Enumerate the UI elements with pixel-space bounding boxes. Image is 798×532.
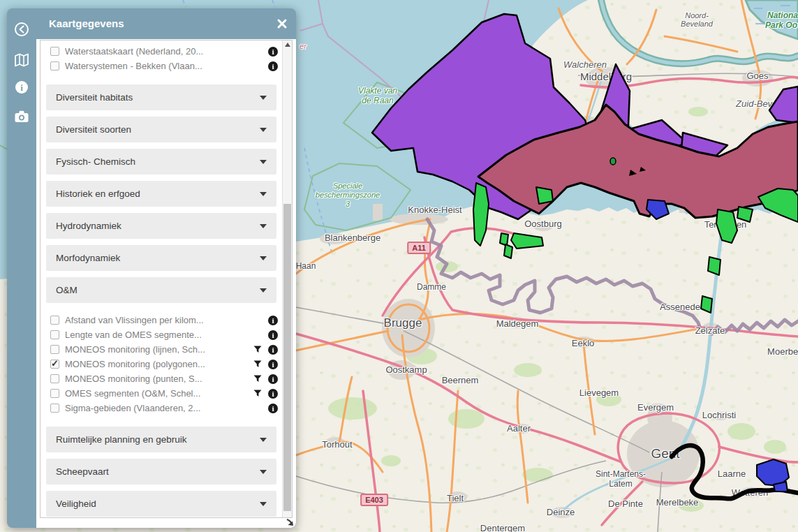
filter-icon[interactable] bbox=[253, 390, 262, 397]
map-icon[interactable] bbox=[13, 52, 30, 68]
layer-label: OMES segmenten (O&M, Schel... bbox=[65, 388, 249, 399]
scroll-thumb[interactable] bbox=[283, 204, 291, 511]
info-icon[interactable]: i bbox=[268, 330, 278, 340]
chevron-down-icon bbox=[260, 128, 267, 132]
layer-label: Lengte van de OMES segmente... bbox=[65, 330, 264, 340]
chevron-down-icon bbox=[260, 224, 267, 228]
info-icon[interactable]: i bbox=[268, 316, 278, 325]
scroll-up-arrow[interactable] bbox=[283, 43, 292, 51]
info-icon[interactable]: i bbox=[268, 61, 278, 71]
resize-handle-icon[interactable] bbox=[285, 517, 295, 527]
panel-header: Kaartgegevens bbox=[7, 8, 296, 39]
kaartgegevens-panel: i Kaartgegevens Waterstaatskaart (Nederl… bbox=[7, 8, 296, 528]
category-label: Diversiteit habitats bbox=[56, 92, 260, 103]
layer-list-scroll: Waterstaatskaart (Nederland, 20... i Wat… bbox=[40, 40, 282, 517]
svg-text:i: i bbox=[20, 82, 23, 93]
layer-checkbox[interactable] bbox=[50, 316, 59, 325]
chevron-down-icon bbox=[260, 438, 267, 442]
layer-label: MONEOS monitoring (lijnen, Sch... bbox=[65, 344, 249, 355]
category-label: Morfodynamiek bbox=[56, 253, 260, 263]
chevron-down-icon bbox=[260, 502, 267, 506]
info-icon[interactable]: i bbox=[268, 47, 278, 57]
camera-icon[interactable] bbox=[13, 108, 30, 125]
chevron-down-icon bbox=[260, 288, 267, 293]
layer-label: MONEOS monitoring (punten, S... bbox=[65, 374, 249, 384]
info-icon[interactable]: i bbox=[13, 79, 30, 96]
info-icon[interactable]: i bbox=[268, 360, 278, 369]
scrollbar[interactable] bbox=[282, 40, 292, 517]
layer-checkbox[interactable] bbox=[50, 61, 59, 71]
layer-row[interactable]: Waterstaatskaart (Nederland, 20... i bbox=[40, 44, 282, 59]
layer-label: Waterstaatskaart (Nederland, 20... bbox=[65, 46, 264, 57]
category-header[interactable]: Ruimtelijke planning en gebruik bbox=[46, 427, 276, 452]
category-label: Veiligheid bbox=[56, 498, 260, 509]
layer-checkbox[interactable] bbox=[50, 404, 59, 413]
panel-title: Kaartgegevens bbox=[49, 17, 124, 29]
category-label: Scheepvaart bbox=[56, 466, 260, 477]
info-icon[interactable]: i bbox=[268, 389, 278, 399]
layer-row[interactable]: MONEOS monitoring (polygonen... i bbox=[40, 357, 282, 371]
layer-label: Sigma-gebieden (Vlaanderen, 2... bbox=[65, 403, 264, 413]
layer-row[interactable]: OMES segmenten (O&M, Schel... i bbox=[40, 386, 282, 401]
overlay-blue-patches-east bbox=[757, 459, 789, 492]
filter-icon[interactable] bbox=[253, 346, 262, 353]
layer-checkbox[interactable] bbox=[50, 360, 59, 369]
layer-label: Afstand van Vlissingen per kilom... bbox=[65, 315, 264, 325]
category-header[interactable]: O&M bbox=[46, 277, 276, 303]
chevron-down-icon bbox=[260, 160, 267, 164]
category-header[interactable]: Hydrodynamiek bbox=[46, 213, 276, 239]
category-header[interactable]: Historiek en erfgoed bbox=[46, 181, 276, 207]
category-label: Historiek en erfgoed bbox=[56, 189, 260, 199]
filter-icon[interactable] bbox=[253, 375, 262, 383]
layer-row[interactable]: Afstand van Vlissingen per kilom... i bbox=[40, 313, 282, 327]
layer-row[interactable]: MONEOS monitoring (lijnen, Sch... i bbox=[40, 342, 282, 357]
layer-checkbox[interactable] bbox=[50, 330, 59, 339]
category-header[interactable]: Veiligheid bbox=[46, 491, 276, 517]
layer-row[interactable]: Sigma-gebieden (Vlaanderen, 2... i bbox=[40, 401, 282, 415]
panel-content: Waterstaatskaart (Nederland, 20... i Wat… bbox=[36, 39, 296, 528]
chevron-down-icon bbox=[260, 256, 267, 260]
layer-checkbox[interactable] bbox=[50, 374, 59, 383]
app-window: Noord-BevelandNationaalPark OosterWalche… bbox=[0, 0, 798, 532]
category-header[interactable]: Diversiteit soorten bbox=[46, 117, 276, 142]
category-header[interactable]: Morfodynamiek bbox=[46, 245, 276, 271]
chevron-down-icon bbox=[260, 192, 267, 196]
layer-checkbox[interactable] bbox=[50, 47, 59, 56]
toolbar-sidebar: i bbox=[7, 8, 36, 528]
layer-row[interactable]: Watersystemen - Bekken (Vlaan... i bbox=[40, 59, 282, 73]
category-label: Ruimtelijke planning en gebruik bbox=[56, 434, 260, 445]
info-icon[interactable]: i bbox=[268, 404, 278, 413]
layer-group: Afstand van Vlissingen per kilom... i Le… bbox=[40, 309, 282, 420]
layer-row[interactable]: MONEOS monitoring (punten, S... i bbox=[40, 371, 282, 386]
chevron-down-icon bbox=[260, 96, 267, 100]
filter-icon[interactable] bbox=[253, 360, 262, 368]
category-header[interactable]: Fysisch- Chemisch bbox=[46, 149, 276, 175]
close-icon[interactable] bbox=[276, 18, 288, 29]
info-icon[interactable]: i bbox=[268, 374, 278, 384]
info-icon[interactable]: i bbox=[268, 345, 278, 355]
layer-label: Watersystemen - Bekken (Vlaan... bbox=[65, 61, 264, 71]
chevron-down-icon bbox=[260, 470, 267, 474]
layer-checkbox[interactable] bbox=[50, 345, 59, 354]
layer-group: Waterstaatskaart (Nederland, 20... i Wat… bbox=[40, 40, 282, 78]
layer-list: Waterstaatskaart (Nederland, 20... i Wat… bbox=[40, 40, 293, 518]
category-label: Diversiteit soorten bbox=[56, 124, 260, 135]
layer-label: MONEOS monitoring (polygonen... bbox=[65, 359, 249, 369]
layer-checkbox[interactable] bbox=[50, 389, 59, 398]
layer-row[interactable]: Lengte van de OMES segmente... i bbox=[40, 327, 282, 342]
category-header[interactable]: Scheepvaart bbox=[46, 459, 276, 485]
category-label: O&M bbox=[56, 285, 260, 295]
category-label: Hydrodynamiek bbox=[56, 221, 260, 231]
category-header[interactable]: Diversiteit habitats bbox=[46, 84, 276, 110]
category-label: Fysisch- Chemisch bbox=[56, 156, 260, 167]
